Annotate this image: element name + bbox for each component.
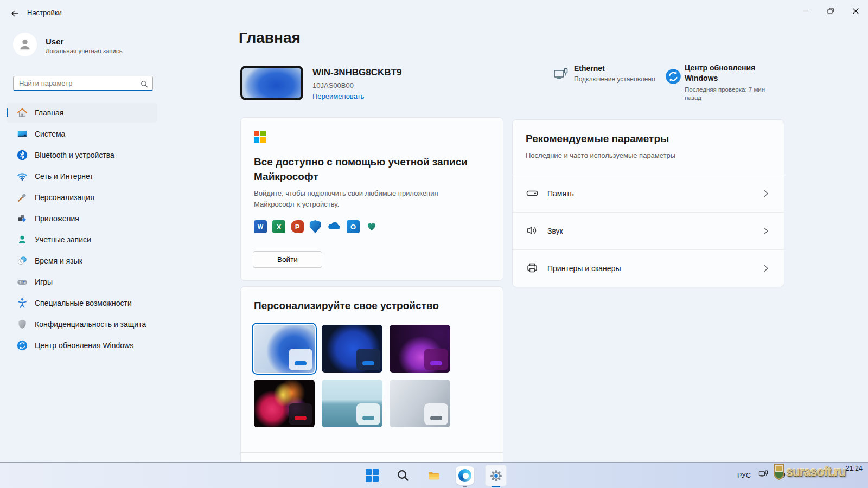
- device-thumbnail: [240, 66, 303, 100]
- search-icon: [396, 468, 410, 483]
- word-icon: W: [254, 220, 267, 233]
- recommended-heading: Рекомендуемые параметры: [526, 133, 669, 145]
- recommended-row-printers[interactable]: Принтеры и сканеры: [513, 249, 784, 287]
- row-label: Принтеры и сканеры: [547, 264, 621, 273]
- sidebar-item-gaming[interactable]: Игры: [7, 272, 157, 292]
- sidebar-item-network-internet[interactable]: Сеть и Интернет: [7, 166, 157, 186]
- watermark-text: surasoft.ru: [786, 465, 845, 479]
- sidebar-item-label: Bluetooth и устройства: [35, 151, 114, 159]
- page-title: Главная: [239, 29, 301, 47]
- account-card-heading: Все доступно с помощью учетной записи Ма…: [254, 155, 472, 184]
- edge-icon: [456, 466, 474, 485]
- wallpaper-thumb-bloom-light[interactable]: [252, 323, 317, 375]
- selected-indicator: [7, 108, 8, 117]
- printer-icon: [526, 261, 539, 276]
- device-model: 10JAS00B00: [312, 81, 354, 89]
- settings-button[interactable]: [485, 465, 507, 486]
- sound-icon: [526, 224, 539, 239]
- row-label: Память: [547, 189, 574, 198]
- sidebar-item-label: Приложения: [35, 214, 79, 223]
- taskbar-search-button[interactable]: [392, 465, 414, 486]
- windows-update-icon: [16, 339, 28, 351]
- wallpaper-thumb-landscape[interactable]: [320, 377, 385, 429]
- gamepad-icon: [16, 276, 28, 288]
- sidebar-item-system[interactable]: Система: [7, 124, 157, 144]
- wallpaper-grid: [252, 323, 452, 429]
- row-label: Звук: [547, 227, 563, 235]
- avatar[interactable]: [13, 33, 37, 56]
- system-icon: [16, 128, 28, 140]
- recommended-settings-card: Рекомендуемые параметры Последние и част…: [512, 119, 784, 287]
- watermark: surasoft.ru: [773, 463, 868, 480]
- wallpaper-thumb-glow-purple[interactable]: [387, 323, 452, 375]
- search-icon: [141, 80, 148, 88]
- wallpaper-thumb-flow-gray[interactable]: [387, 377, 452, 429]
- time-language-icon: [16, 255, 28, 267]
- start-button[interactable]: [361, 465, 383, 486]
- apps-icon: [16, 213, 28, 224]
- chevron-right-icon: [762, 264, 770, 274]
- sidebar-item-label: Специальные возможности: [35, 299, 132, 307]
- restore-button[interactable]: [818, 0, 843, 22]
- back-button[interactable]: [8, 7, 22, 21]
- rename-link[interactable]: Переименовать: [312, 92, 364, 100]
- wallpaper-thumb-bloom-dark[interactable]: [320, 323, 385, 375]
- windows-update-status-icon: [665, 68, 681, 87]
- ethernet-status: Подключение установлено: [574, 75, 655, 83]
- recommended-row-sound[interactable]: Звук: [513, 212, 784, 249]
- language-indicator[interactable]: РУС: [737, 472, 751, 479]
- search-input[interactable]: [14, 76, 152, 90]
- microsoft-account-card: Все доступно с помощью учетной записи Ма…: [240, 117, 503, 281]
- recommended-subheading: Последние и часто используемые параметры: [526, 151, 675, 159]
- theme-preview: [289, 403, 312, 425]
- onedrive-icon: [327, 221, 341, 233]
- active-indicator: [492, 486, 500, 487]
- sidebar-item-windows-update[interactable]: Центр обновления Windows: [7, 336, 157, 355]
- restore-icon: [827, 8, 834, 14]
- sidebar-item-accounts[interactable]: Учетные записи: [7, 230, 157, 249]
- sidebar-item-bluetooth-devices[interactable]: Bluetooth и устройства: [7, 145, 157, 165]
- sidebar-item-label: Время и язык: [35, 256, 82, 265]
- folder-icon: [427, 468, 442, 483]
- search-box[interactable]: [13, 76, 153, 91]
- windows-logo-icon: [366, 469, 379, 482]
- text-caret: [18, 80, 18, 88]
- sidebar-nav: Главная Система Bluetooth и устройства С…: [7, 103, 157, 355]
- file-explorer-button[interactable]: [423, 465, 445, 486]
- wifi-icon: [16, 170, 28, 182]
- user-icon: [17, 37, 33, 52]
- accessibility-icon: [16, 297, 28, 309]
- sidebar-item-home[interactable]: Главная: [7, 103, 157, 123]
- minimize-button[interactable]: [793, 0, 818, 22]
- theme-preview: [424, 403, 448, 425]
- windows-update-status: Последняя проверка: 7 мин назад: [685, 86, 770, 102]
- ethernet-icon: [552, 66, 570, 86]
- user-name: User: [46, 37, 63, 46]
- wallpaper-thumb-flower-dark[interactable]: [252, 377, 317, 429]
- sidebar-item-apps[interactable]: Приложения: [7, 209, 157, 228]
- sidebar-item-time-language[interactable]: Время и язык: [7, 251, 157, 271]
- sidebar-item-accessibility[interactable]: Специальные возможности: [7, 293, 157, 313]
- app-title: Настройки: [27, 9, 62, 17]
- bluetooth-icon: [16, 149, 28, 161]
- accounts-icon: [16, 234, 28, 246]
- recommended-row-storage[interactable]: Память: [513, 175, 784, 212]
- sidebar-item-privacy-security[interactable]: Конфиденциальность и защита: [7, 314, 157, 334]
- theme-preview: [356, 349, 380, 370]
- tray-network-icon[interactable]: [758, 470, 769, 481]
- sidebar-item-personalization[interactable]: Персонализация: [7, 188, 157, 207]
- signin-button[interactable]: Войти: [253, 251, 322, 268]
- sidebar-item-label: Сеть и Интернет: [35, 172, 93, 181]
- shield-icon: [16, 318, 28, 330]
- theme-preview: [289, 349, 312, 370]
- account-card-description: Войдите, чтобы подключить свои любимые п…: [254, 188, 459, 210]
- running-indicator: [463, 486, 467, 487]
- sidebar-item-label: Центр обновления Windows: [35, 341, 133, 350]
- ethernet-title[interactable]: Ethernet: [574, 64, 605, 73]
- windows-update-title[interactable]: Центр обновления Windows: [685, 63, 766, 84]
- sidebar: User Локальная учетная запись Главная Си…: [0, 26, 163, 462]
- close-button[interactable]: [843, 0, 868, 22]
- ms-apps-row: W X P O: [254, 220, 378, 234]
- edge-browser-button[interactable]: [454, 465, 476, 486]
- personalize-card: Персонализируйте свое устройство: [240, 286, 503, 462]
